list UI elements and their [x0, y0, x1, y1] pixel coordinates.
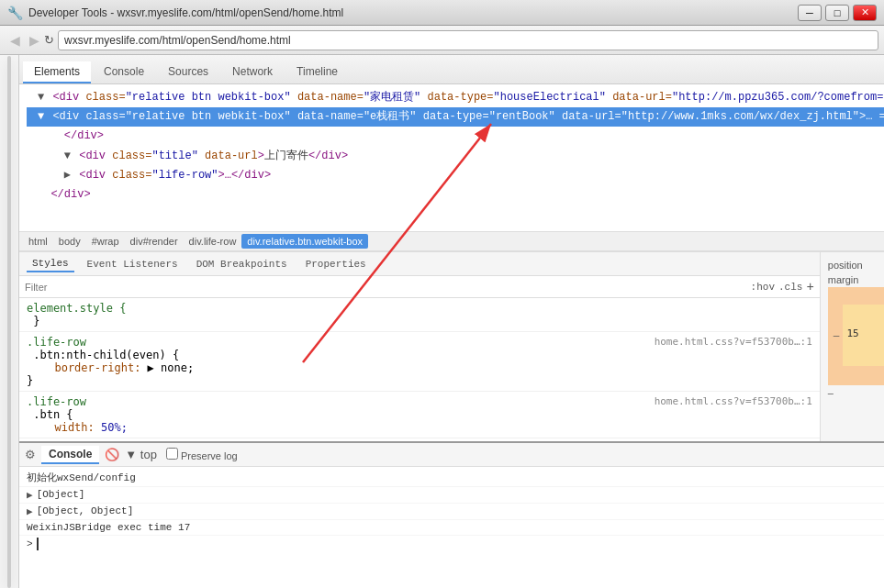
close-button[interactable]: ✕ [853, 5, 877, 21]
add-style-button[interactable]: + [806, 280, 813, 294]
box-border-val-text: – [834, 329, 840, 341]
elements-panel: ▼ <div class="relative btn webkit-box" d… [19, 84, 884, 441]
styles-toolbar: Styles Event Listeners DOM Breakpoints P… [19, 252, 820, 276]
minimize-button[interactable]: ─ [798, 5, 822, 21]
css-value-2: 50%; [101, 421, 128, 434]
expand-arrow-3[interactable]: ▶ [27, 505, 33, 517]
styles-tab-properties[interactable]: Properties [300, 257, 372, 272]
console-line-4[interactable]: WeixinJSBridge exec time 17 VM856:2980 [19, 520, 884, 536]
html-line-2-selected[interactable]: ▼ <div class="relative btn webkit-box" d… [27, 107, 884, 127]
tab-sources[interactable]: Sources [157, 61, 219, 83]
html-line-1[interactable]: ▼ <div class="relative btn webkit-box" d… [27, 88, 884, 107]
phone-content: e栈服务 📦 快递柜寄件 下单即省不用等 推荐 👕 [9, 191, 11, 540]
home-icon: 🏠 [9, 546, 11, 566]
devtools-panel: Elements Console Sources Network Timelin… [18, 55, 884, 588]
bc-render[interactable]: div#render [125, 234, 184, 249]
browser-icon: 🔧 [7, 6, 23, 20]
bc-html[interactable]: html [23, 234, 53, 249]
console-filter-icon[interactable]: ▼ top [125, 448, 157, 461]
css-prop-1: border-right: [41, 361, 140, 374]
console-toolbar: ⚙ Console 🚫 ▼ top Preserve log ✕ [19, 443, 884, 467]
styles-left: Styles Event Listeners DOM Breakpoints P… [19, 252, 820, 441]
html-line-3[interactable]: </div> [27, 127, 884, 146]
box-position-label: position [828, 260, 863, 271]
phone-mockup: 丰巢寄快递 全国 6 元起 👨 上班 e栈服务 📦 [7, 56, 11, 588]
devtools-settings-icon[interactable]: ⚙ [25, 448, 36, 461]
phone-banner: 丰巢寄快递 全国 6 元起 👨 上班 [9, 58, 11, 191]
css-block-life-row-1: .life-row home.html.css?v=f53700b…:1 .bt… [19, 332, 820, 392]
console-line-3[interactable]: ▶ [Object, Object] home.html.js:233 [19, 504, 884, 520]
bc-wrap[interactable]: #wrap [86, 234, 125, 249]
console-text-4: WeixinJSBridge exec time 17 [27, 522, 884, 533]
nav-bar: ◀ ▶ ↻ [0, 26, 884, 55]
hov-button[interactable]: :hov [751, 282, 775, 293]
title-bar: 🔧 Developer Tools - wxsvr.myeslife.com/h… [0, 0, 884, 26]
expand-arrow-1[interactable]: ▼ [38, 91, 44, 104]
address-bar[interactable] [58, 30, 878, 50]
devtools-tab-bar: Elements Console Sources Network Timelin… [19, 55, 884, 84]
console-cursor-line[interactable]: > [19, 536, 884, 552]
console-preserve-log[interactable]: Preserve log [166, 448, 238, 461]
css-selector-1: .life-row [27, 336, 86, 349]
html-line-4[interactable]: ▼ <div class="title" data-url>上门寄件</div> [27, 147, 884, 166]
tab-elements[interactable]: Elements [23, 61, 91, 83]
nav-home[interactable]: 🏠 首页 [9, 546, 11, 581]
tab-network[interactable]: Network [221, 61, 284, 83]
styles-tab-event-listeners[interactable]: Event Listeners [82, 257, 184, 272]
console-prompt-symbol: > [27, 538, 33, 549]
console-section: ⚙ Console 🚫 ▼ top Preserve log ✕ 初始化wxSe… [19, 441, 884, 588]
expand-arrow-2[interactable]: ▶ [27, 489, 33, 501]
window-title: Developer Tools - wxsvr.myeslife.com/htm… [28, 6, 798, 19]
css-prop-2: width: [41, 421, 95, 434]
console-text-2: [Object] [37, 489, 884, 500]
maximize-button[interactable]: □ [825, 5, 849, 21]
breadcrumb-bar: html body #wrap div#render div.life-row … [19, 231, 884, 251]
css-block-element: element.style { } [19, 298, 820, 332]
html-tree: ▼ <div class="relative btn webkit-box" d… [19, 84, 884, 231]
console-line-2[interactable]: ▶ [Object] home.html.js:233 [19, 487, 884, 504]
css-source-1[interactable]: home.html.css?v=f53700b…:1 [655, 336, 812, 348]
html-line-6[interactable]: </div> [27, 185, 884, 205]
box-margin-label: margin [828, 274, 859, 285]
nav-home-label: 首页 [10, 568, 11, 581]
css-source-2[interactable]: home.html.css?v=f53700b…:1 [655, 395, 812, 407]
box-model: position 0 margin – border – padding20 [820, 252, 884, 441]
tab-console-top[interactable]: Console [93, 61, 155, 83]
styles-section: Styles Event Listeners DOM Breakpoints P… [19, 251, 884, 441]
reload-button[interactable]: ↻ [44, 33, 54, 47]
top-badge: 上班 [9, 63, 11, 89]
filter-bar: :hov .cls + [19, 276, 820, 298]
styles-tab-styles[interactable]: Styles [27, 256, 74, 272]
main-layout: 丰巢寄快递 全国 6 元起 👨 上班 e栈服务 📦 [0, 55, 884, 588]
filter-input[interactable] [25, 282, 747, 293]
bc-body[interactable]: body [53, 234, 86, 249]
console-text-1: 初始化wxSend/config [27, 471, 884, 484]
css-selector-element: element.style { [27, 302, 126, 315]
forward-button[interactable]: ▶ [25, 31, 44, 50]
css-block-life-row-2: .life-row home.html.css?v=f53700b…:1 .bt… [19, 392, 820, 438]
tab-console[interactable]: Console [41, 446, 99, 464]
console-cursor [37, 538, 39, 550]
bc-life-row[interactable]: div.life-row [184, 234, 242, 249]
box-margin-dash-left: – [828, 387, 834, 398]
box-side-left: 15 [846, 327, 858, 339]
html-line-5[interactable]: ▶ <div class="life-row">…</div> [27, 166, 884, 185]
tab-timeline[interactable]: Timeline [285, 61, 349, 83]
bc-active[interactable]: div.relative.btn.webkit-box [241, 234, 368, 249]
console-content: 初始化wxSend/config tools.js:87 ▶ [Object] … [19, 467, 884, 588]
window-controls: ─ □ ✕ [798, 5, 877, 21]
console-text-3: [Object, Object] [37, 505, 884, 516]
browser-viewport: 丰巢寄快递 全国 6 元起 👨 上班 e栈服务 📦 [0, 55, 18, 588]
styles-tab-dom-breakpoints[interactable]: DOM Breakpoints [191, 257, 293, 272]
cls-button[interactable]: .cls [778, 282, 802, 293]
console-line-1[interactable]: 初始化wxSend/config tools.js:87 [19, 469, 884, 487]
css-selector-2: .life-row [27, 395, 86, 408]
back-button[interactable]: ◀ [6, 31, 25, 50]
console-clear-icon[interactable]: 🚫 [105, 448, 119, 461]
preserve-log-checkbox[interactable] [166, 448, 178, 460]
